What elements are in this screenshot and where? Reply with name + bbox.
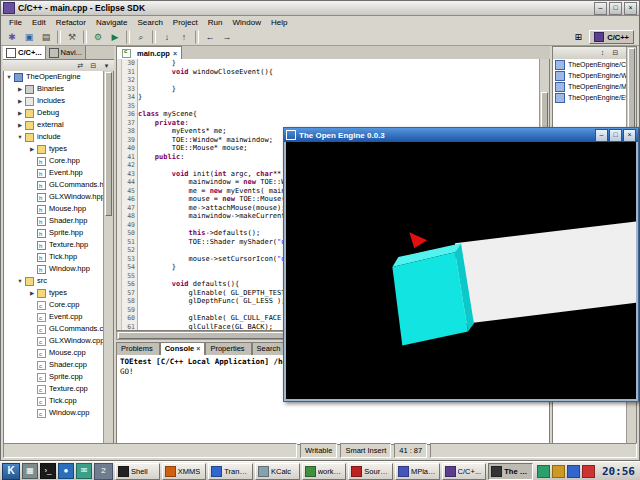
separator[interactable] (195, 30, 199, 44)
taskbar-task[interactable]: C/C+... (442, 463, 487, 480)
forward-icon[interactable]: → (219, 29, 235, 45)
menu-item[interactable]: Refactor (51, 17, 91, 29)
view-tab[interactable]: Properties (205, 342, 251, 355)
view-tab[interactable]: Problems (116, 342, 160, 355)
minimize-button[interactable]: – (595, 129, 608, 142)
volume-icon[interactable] (552, 465, 565, 478)
tree-item[interactable]: Mouse.hpp (4, 203, 104, 215)
separator[interactable] (83, 30, 87, 44)
tree-item[interactable]: ▼ src (4, 275, 104, 287)
tree-item[interactable]: GLXWindow.hpp (4, 191, 104, 203)
tree-item[interactable]: Tick.cpp (4, 395, 104, 407)
menu-item[interactable]: Help (266, 17, 292, 29)
maximize-button[interactable]: □ (609, 2, 622, 15)
k-menu-button[interactable]: K (2, 463, 20, 480)
browser-icon[interactable]: ● (58, 463, 74, 479)
maximize-button[interactable]: □ (609, 129, 622, 142)
close-button[interactable]: × (623, 129, 636, 142)
expand-arrow-icon[interactable]: ▼ (16, 131, 24, 143)
sort-icon[interactable]: ↕ (597, 48, 608, 58)
tree-item[interactable]: Texture.hpp (4, 239, 104, 251)
view-tab[interactable]: Search (252, 342, 288, 355)
tree-item[interactable]: Sprite.hpp (4, 227, 104, 239)
tree-item[interactable]: GLCommands.hpp (4, 179, 104, 191)
menu-item[interactable]: Project (168, 17, 203, 29)
tree-item[interactable]: Core.hpp (4, 155, 104, 167)
taskbar-task[interactable]: Shell (115, 463, 160, 480)
build-icon[interactable]: ⚒ (64, 29, 80, 45)
tree-item[interactable]: Window.hpp (4, 263, 104, 275)
prev-annotation-icon[interactable]: ↑ (176, 29, 192, 45)
eclipse-titlebar[interactable]: C/C++ - main.cpp - Eclipse SDK – □ × (1, 1, 639, 16)
mail-icon[interactable]: ✉ (76, 463, 92, 479)
tree-item[interactable]: Shader.cpp (4, 359, 104, 371)
run-icon[interactable]: ▶ (107, 29, 123, 45)
search-icon[interactable]: ⌕ (133, 29, 149, 45)
close-tab-icon[interactable]: × (196, 343, 200, 355)
menu-item[interactable]: Run (203, 17, 228, 29)
tab-main-cpp[interactable]: main.cpp × (116, 46, 182, 59)
projects-scrollbar[interactable] (103, 71, 113, 444)
expand-arrow-icon[interactable]: ▶ (28, 287, 36, 299)
new-wizard-icon[interactable]: ✱ (4, 29, 20, 45)
tree-item[interactable]: ▶ types (4, 287, 104, 299)
outline-item[interactable]: TheOpenEngine/Ev (553, 92, 627, 103)
back-icon[interactable]: ← (202, 29, 218, 45)
menu-item[interactable]: Window (227, 17, 265, 29)
tree-item[interactable]: GLCommands.cp (4, 323, 104, 335)
close-tab-icon[interactable]: × (173, 50, 177, 57)
separator[interactable] (126, 30, 130, 44)
minimize-button[interactable]: – (594, 2, 607, 15)
view-tab[interactable]: Console× (160, 342, 206, 355)
tree-item[interactable]: ▼ TheOpenEngine (4, 71, 104, 83)
menu-item[interactable]: File (4, 17, 27, 29)
perspective-cpp-button[interactable]: C/C++ (589, 30, 634, 44)
open-perspective-icon[interactable]: ⊞ (570, 29, 586, 45)
link-editor-icon[interactable]: ⇄ (75, 61, 86, 71)
tree-item[interactable]: ▶ types (4, 143, 104, 155)
tree-item[interactable]: ▶ Debug (4, 107, 104, 119)
expand-arrow-icon[interactable]: ▶ (16, 119, 24, 131)
taskbar-task[interactable]: worksp... (302, 463, 347, 480)
expand-arrow-icon[interactable]: ▶ (28, 143, 36, 155)
save-icon[interactable]: ▣ (21, 29, 37, 45)
tree-item[interactable]: Window.cpp (4, 407, 104, 419)
tree-item[interactable]: ▶ Includes (4, 95, 104, 107)
collapse-all-icon[interactable]: ⊟ (88, 61, 99, 71)
tree-item[interactable]: ▶ external (4, 119, 104, 131)
engine-titlebar[interactable]: The Open Engine 0.0.3 – □ × (284, 128, 638, 142)
expand-arrow-icon[interactable]: ▶ (16, 95, 24, 107)
print-icon[interactable]: ▤ (38, 29, 54, 45)
separator[interactable] (57, 30, 61, 44)
expand-arrow-icon[interactable]: ▼ (5, 71, 13, 83)
tree-item[interactable]: Mouse.cpp (4, 347, 104, 359)
expand-arrow-icon[interactable]: ▼ (16, 275, 24, 287)
taskbar-task[interactable]: Transl... (208, 463, 253, 480)
tree-item[interactable]: Tick.hpp (4, 251, 104, 263)
view-menu-icon[interactable]: ▾ (101, 61, 112, 71)
taskbar-task[interactable]: MPlayer (395, 463, 440, 480)
tree-item[interactable]: GLXWindow.cpp (4, 335, 104, 347)
terminal-icon[interactable]: ›_ (40, 463, 56, 479)
tree-item[interactable]: Event.cpp (4, 311, 104, 323)
tree-item[interactable]: Texture.cpp (4, 383, 104, 395)
workspace-pager[interactable]: 2 (94, 463, 113, 480)
debug-icon[interactable]: ⚙ (90, 29, 106, 45)
menu-item[interactable]: Search (133, 17, 168, 29)
scrollbar-thumb[interactable] (105, 72, 112, 216)
taskbar-task[interactable]: XMMS (162, 463, 207, 480)
tree-item[interactable]: Shader.hpp (4, 215, 104, 227)
taskbar-task[interactable]: The O... (488, 463, 533, 480)
menu-item[interactable]: Edit (27, 17, 51, 29)
engine-viewport[interactable] (286, 142, 636, 399)
expand-arrow-icon[interactable]: ▶ (16, 107, 24, 119)
collapse-all-icon[interactable]: ⊟ (610, 48, 621, 58)
outline-item[interactable]: TheOpenEngine/Co (553, 59, 627, 70)
show-desktop-icon[interactable]: ▦ (22, 463, 38, 479)
tree-item[interactable]: Event.hpp (4, 167, 104, 179)
next-annotation-icon[interactable]: ↓ (159, 29, 175, 45)
view-tab[interactable]: C/C+... (3, 46, 46, 59)
taskbar-task[interactable]: KCalc (255, 463, 300, 480)
tree-item[interactable]: Sprite.cpp (4, 371, 104, 383)
taskbar-task[interactable]: Sourc... (348, 463, 393, 480)
